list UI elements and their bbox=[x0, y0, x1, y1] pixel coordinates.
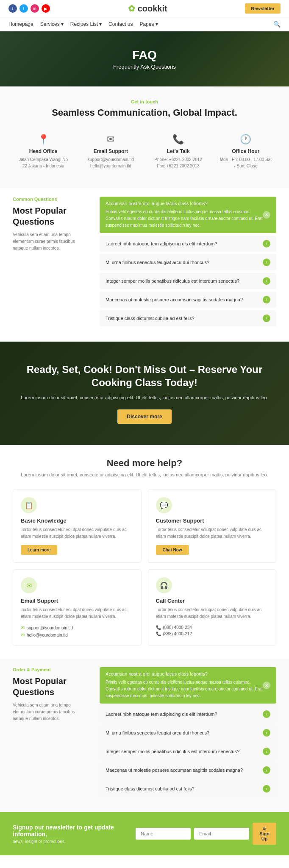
nav-homepage[interactable]: Homepage bbox=[8, 21, 33, 27]
newsletter-title: Signup our newsletter to get update info… bbox=[13, 824, 136, 837]
faq2-toggle-icon-5: › bbox=[263, 785, 270, 793]
faq-question-2: Mi urna finibus senectus feugiat arcu du… bbox=[106, 260, 263, 265]
logo-icon: ✿ bbox=[128, 3, 135, 14]
email-link-text-0: support@yourdomain.tld bbox=[27, 626, 73, 630]
faq-question-4: Maecenas ut molestie posuere accumsan sa… bbox=[106, 297, 263, 302]
help-card-2: ✉ Email Support Tortor telus consectetur… bbox=[13, 569, 142, 646]
help-card-desc-3: Tortor telus consectetur volutpat donec … bbox=[156, 606, 269, 620]
faq-item-0[interactable]: Accumsan nostra orci augue lacus class l… bbox=[100, 197, 276, 233]
search-icon[interactable]: 🔍 bbox=[273, 21, 281, 28]
chevron-down-icon: ▾ bbox=[61, 21, 64, 27]
footer: ✿ cookkit Dolor telus expleo velit bland… bbox=[0, 855, 289, 868]
contact-card-title-1: Email Support bbox=[84, 148, 137, 154]
faq-toggle-icon-2: › bbox=[263, 259, 270, 266]
newsletter-subtitle: news, insight or promotions. bbox=[13, 839, 136, 844]
email-link-icon-1: ✉ bbox=[21, 632, 25, 638]
faq-item-4[interactable]: Maecenas ut molestie posuere accumsan sa… bbox=[100, 292, 276, 308]
email-link-text-1: hello@yourdomain.tld bbox=[27, 633, 68, 637]
contact-title: Seamless Communication, Global Impact. bbox=[13, 107, 276, 119]
email-links: ✉ support@yourdomain.tld ✉ hello@yourdom… bbox=[21, 625, 133, 638]
faq-left-1: Common Questions Most Popular Questions … bbox=[13, 197, 89, 329]
faq2-question-2: Mi urna finibus senectus feugiat arcu du… bbox=[106, 730, 263, 735]
chevron-down-icon: ▾ bbox=[99, 21, 102, 27]
newsletter-button[interactable]: Newsletter bbox=[245, 3, 281, 14]
faq-title-1: Most Popular Questions bbox=[13, 205, 89, 227]
youtube-icon[interactable]: ▶ bbox=[42, 4, 50, 13]
faq-item-5[interactable]: Tristique class dictumst cubilia ad est … bbox=[100, 310, 276, 326]
contact-card-text-0: Jalan Cempaka Wangi No 22 Jakarta - Indo… bbox=[17, 156, 69, 169]
faq-item-1[interactable]: Laoreet nibh natoque tem adipiscing dis … bbox=[100, 236, 276, 252]
newsletter-name-input[interactable] bbox=[136, 828, 191, 840]
faq2-toggle-icon-3: › bbox=[263, 748, 270, 755]
faq-toggle-icon-5: › bbox=[263, 314, 270, 322]
email-icon: ✉ bbox=[84, 134, 137, 145]
hero-section: FAQ Frequently Ask Questions bbox=[0, 31, 289, 86]
learn-more-button[interactable]: Learn more bbox=[21, 545, 57, 555]
faq-right-2: Accumsan nostra orci augue lacus class l… bbox=[100, 667, 276, 799]
chat-now-button[interactable]: Chat Now bbox=[156, 545, 189, 555]
nav-contact[interactable]: Contact us bbox=[108, 21, 133, 27]
email-link-icon-0: ✉ bbox=[21, 625, 25, 631]
help-card-0: 📋 Basic Knowledge Tortor telus consectet… bbox=[13, 489, 142, 563]
faq2-question-5: Tristique class dictumst cubilia ad est … bbox=[106, 786, 263, 791]
contact-tag: Get in touch bbox=[13, 99, 276, 104]
help-title: Need more help? bbox=[13, 458, 276, 469]
faq2-toggle-icon-2: › bbox=[263, 729, 270, 737]
faq2-item-2[interactable]: Mi urna finibus senectus feugiat arcu du… bbox=[100, 725, 276, 741]
contact-card-title-0: Head Office bbox=[17, 148, 69, 154]
contact-card-text-3: Mon - Fri: 08.00 - 17.00 Sat - Sun: Clos… bbox=[220, 156, 272, 169]
phone-icon: 📞 bbox=[152, 134, 205, 145]
faq-question-0: Accumsan nostra orci augue lacus class l… bbox=[106, 201, 263, 206]
clock-icon: 🕐 bbox=[220, 134, 272, 145]
phone-item-0: 📞 (888) 4000-234 bbox=[156, 625, 269, 630]
call-center-icon: 🎧 bbox=[156, 577, 172, 593]
cta-section: Ready, Set, Cook! Don't Miss Out – Reser… bbox=[0, 342, 289, 445]
hero-subtitle: Frequently Ask Questions bbox=[113, 64, 176, 70]
facebook-icon[interactable]: f bbox=[8, 4, 17, 13]
faq2-item-4[interactable]: Maecenas ut molestie posuere accumsan sa… bbox=[100, 762, 276, 778]
faq-section-2: Order & Payment Most Popular Questions V… bbox=[0, 659, 289, 812]
contact-card-text-1: support@yourdomain.tld hello@yourdomain.… bbox=[84, 156, 137, 169]
help-card-title-2: Email Support bbox=[21, 598, 133, 604]
help-card-desc-1: Tortor telus consectetur volutpat donec … bbox=[156, 526, 269, 540]
cta-desc: Lorem ipsum dolor sit amet, consectetur … bbox=[13, 394, 276, 402]
cta-button[interactable]: Discover more bbox=[117, 409, 171, 424]
twitter-icon[interactable]: t bbox=[19, 4, 28, 13]
contact-section: Get in touch Seamless Communication, Glo… bbox=[0, 86, 289, 188]
email-link-1[interactable]: ✉ hello@yourdomain.tld bbox=[21, 632, 133, 638]
nav-recipes[interactable]: Recipes List ▾ bbox=[70, 21, 102, 27]
logo-text: cookkit bbox=[138, 4, 167, 14]
instagram-icon[interactable]: in bbox=[31, 4, 39, 13]
phone-item-1: 📞 (888) 4000-212 bbox=[156, 632, 269, 636]
contact-card-3: 🕐 Office Hour Mon - Fri: 08.00 - 17.00 S… bbox=[215, 128, 276, 175]
faq-item-2[interactable]: Mi urna finibus senectus feugiat arcu du… bbox=[100, 254, 276, 270]
newsletter-email-input[interactable] bbox=[194, 828, 249, 840]
faq2-item-1[interactable]: Laoreet nibh natoque tem adipiscing dis … bbox=[100, 706, 276, 722]
contact-card-2: 📞 Let's Talk Phone: +6221.2002.2012 Fax:… bbox=[148, 128, 209, 175]
faq2-item-5[interactable]: Tristique class dictumst cubilia ad est … bbox=[100, 781, 276, 797]
basic-knowledge-icon: 📋 bbox=[21, 497, 37, 513]
contact-card-title-3: Office Hour bbox=[220, 148, 272, 154]
logo[interactable]: ✿ cookkit bbox=[128, 3, 167, 14]
faq-title-2: Most Popular Questions bbox=[13, 676, 89, 698]
email-link-0[interactable]: ✉ support@yourdomain.tld bbox=[21, 625, 133, 631]
phone-icon-0: 📞 bbox=[156, 625, 161, 630]
faq2-item-3[interactable]: Integer semper mollis penatibus ridiculu… bbox=[100, 743, 276, 760]
nav-pages[interactable]: Pages ▾ bbox=[139, 21, 158, 27]
faq2-item-0[interactable]: Accumsan nostra orci augue lacus class l… bbox=[100, 667, 276, 704]
top-bar: f t in ▶ ✿ cookkit Newsletter bbox=[0, 0, 289, 17]
faq2-question-1: Laoreet nibh natoque tem adipiscing dis … bbox=[106, 712, 263, 717]
newsletter-submit-button[interactable]: & Sign Up bbox=[253, 823, 276, 845]
help-card-1: 💬 Customer Support Tortor telus consecte… bbox=[148, 489, 277, 563]
faq-section-1: Common Questions Most Popular Questions … bbox=[0, 188, 289, 342]
faq2-answer-0: Primis velit egestas eu curae dis eleife… bbox=[106, 679, 263, 699]
faq2-question-0: Accumsan nostra orci augue lacus class l… bbox=[106, 671, 263, 676]
faq-item-3[interactable]: Integer semper mollis penatibus ridiculu… bbox=[100, 273, 276, 289]
phone-icon-1: 📞 bbox=[156, 632, 161, 636]
nav-links: Homepage Services ▾ Recipes List ▾ Conta… bbox=[8, 21, 158, 27]
faq-tag-2: Order & Payment bbox=[13, 667, 89, 672]
contact-card-title-2: Let's Talk bbox=[152, 148, 205, 154]
help-card-title-1: Customer Support bbox=[156, 517, 269, 524]
faq-desc-2: Vehicula sem etiam una tempo elementum c… bbox=[13, 702, 89, 722]
nav-services[interactable]: Services ▾ bbox=[40, 21, 64, 27]
